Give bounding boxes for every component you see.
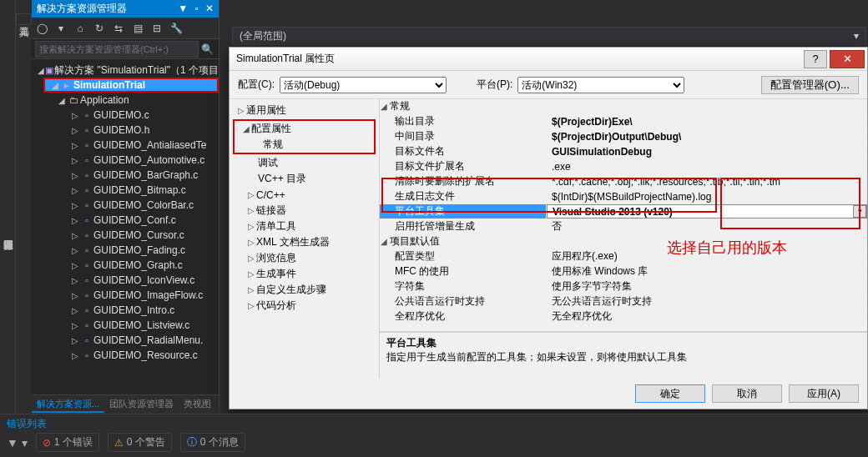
platform-select[interactable]: 活动(Win32) — [517, 77, 684, 93]
errors-tab[interactable]: ⊘1 个错误 — [36, 433, 99, 452]
row-charset[interactable]: 字符集使用多字节字符集 — [380, 279, 867, 294]
error-list-title: 错误列表 — [0, 414, 868, 433]
toolset-dropdown-icon[interactable]: ▾ — [853, 205, 866, 218]
file-GUIDEMO_ImageFlow-c[interactable]: ▷▫GUIDEMO_ImageFlow.c — [32, 288, 219, 303]
nav-build[interactable]: ▷生成事件 — [230, 266, 379, 282]
row-wpo[interactable]: 全程序优化无全程序优化 — [380, 309, 867, 324]
row-platform-toolset[interactable]: 平台工具集Visual Studio 2013 (v120)▾ — [380, 204, 867, 219]
pin-icon[interactable]: ▫ — [194, 0, 198, 18]
error-list-panel: 错误列表 ▼ ▾ ⊘1 个错误 ⚠0 个警告 ⓘ0 个消息 — [0, 414, 868, 457]
row-int-dir[interactable]: 中间目录$(ProjectDir)Output\Debug\ — [380, 129, 867, 144]
messages-tab[interactable]: ⓘ0 个消息 — [180, 433, 245, 452]
file-GUIDEMO_Bitmap-c[interactable]: ▷▫GUIDEMO_Bitmap.c — [32, 183, 219, 198]
nav-debug[interactable]: 调试 — [230, 155, 379, 171]
file-GUIDEMO_Conf-c[interactable]: ▷▫GUIDEMO_Conf.c — [32, 213, 219, 228]
nav-vcdir[interactable]: VC++ 目录 — [230, 171, 379, 187]
file-GUIDEMO_Graph-c[interactable]: ▷▫GUIDEMO_Graph.c — [32, 258, 219, 273]
solution-node[interactable]: ◢▣解决方案 "SimulationTrial"（1 个项目 — [32, 63, 219, 78]
config-manager-button[interactable]: 配置管理器(O)... — [761, 76, 859, 94]
file-GUIDEMO_Cursor-c[interactable]: ▷▫GUIDEMO_Cursor.c — [32, 228, 219, 243]
solution-title-text: 解决方案资源管理器 — [37, 0, 127, 18]
row-target-name[interactable]: 目标文件名GUISimulationDebug — [380, 144, 867, 159]
side-tab-toolbox[interactable]: 工具箱 — [16, 13, 32, 25]
tab-team[interactable]: 团队资源管理器 — [104, 395, 179, 413]
file-GUIDEMO_Automotive-c[interactable]: ▷▫GUIDEMO_Automotive.c — [32, 153, 219, 168]
file-GUIDEMO_Resource-c[interactable]: ▷▫GUIDEMO_Resource.c — [32, 348, 219, 363]
showall-icon[interactable]: ▤ — [131, 22, 144, 35]
row-managed-inc[interactable]: 启用托管增量生成否 — [380, 219, 867, 234]
file-GUIDEMO_RadialMenu-[interactable]: ▷▫GUIDEMO_RadialMenu. — [32, 333, 219, 348]
section-defaults[interactable]: ◢项目默认值 — [380, 234, 867, 249]
nav-config-props[interactable]: ◢配置属性 — [235, 121, 374, 137]
section-general[interactable]: ◢常规 — [380, 99, 867, 114]
nav-general[interactable]: 常规 — [235, 137, 374, 153]
file-GUIDEMO-c[interactable]: ▷▫GUIDEMO.c — [32, 108, 219, 123]
file-GUIDEMO_Listview-c[interactable]: ▷▫GUIDEMO_Listview.c — [32, 318, 219, 333]
file-GUIDEMO_Intro-c[interactable]: ▷▫GUIDEMO_Intro.c — [32, 303, 219, 318]
close-button[interactable]: ✕ — [830, 50, 865, 68]
dialog-title-text: SimulationTrial 属性页 — [236, 52, 335, 66]
nav-linker[interactable]: ▷链接器 — [230, 203, 379, 218]
tab-classview[interactable]: 类视图 — [179, 395, 216, 413]
file-GUIDEMO_ColorBar-c[interactable]: ▷▫GUIDEMO_ColorBar.c — [32, 198, 219, 213]
collapse-icon[interactable]: ⊟ — [150, 22, 164, 35]
back-icon[interactable]: ◯ — [35, 22, 48, 35]
nav-ccpp[interactable]: ▷C/C++ — [230, 187, 379, 203]
ok-button[interactable]: 确定 — [635, 384, 705, 403]
file-GUIDEMO_BarGraph-c[interactable]: ▷▫GUIDEMO_BarGraph.c — [32, 168, 219, 183]
property-nav: ▷通用属性 ◢配置属性 常规 调试 VC++ 目录 ▷C/C++ ▷链接器 ▷清… — [230, 99, 380, 379]
nav-custom[interactable]: ▷自定义生成步骤 — [230, 282, 379, 298]
scope-bar[interactable]: (全局范围) ▾ — [232, 27, 866, 45]
warnings-tab[interactable]: ⚠0 个警告 — [108, 433, 172, 452]
search-icon[interactable]: 🔍 — [199, 43, 215, 55]
project-node[interactable]: ◢▸SimulationTrial — [43, 78, 219, 93]
solution-tree: ◢▣解决方案 "SimulationTrial"（1 个项目 ◢▸Simulat… — [32, 59, 219, 394]
file-GUIDEMO_Fading-c[interactable]: ▷▫GUIDEMO_Fading.c — [32, 243, 219, 258]
refresh-icon[interactable]: ↻ — [93, 22, 106, 35]
property-pages-dialog: SimulationTrial 属性页 ? ✕ 配置(C): 活动(Debug)… — [229, 47, 868, 409]
row-config-type[interactable]: 配置类型应用程序(.exe) — [380, 249, 867, 264]
nav-browse[interactable]: ▷浏览信息 — [230, 250, 379, 266]
folder-application[interactable]: ◢🗀Application — [32, 93, 219, 108]
row-mfc[interactable]: MFC 的使用使用标准 Windows 库 — [380, 264, 867, 279]
nav-common[interactable]: ▷通用属性 — [230, 103, 379, 118]
file-GUIDEMO_IconView-c[interactable]: ▷▫GUIDEMO_IconView.c — [32, 273, 219, 288]
config-select[interactable]: 活动(Debug) — [280, 77, 447, 93]
platform-label: 平台(P): — [477, 78, 512, 92]
dropdown-icon[interactable]: ▼ — [178, 0, 188, 18]
cancel-button[interactable]: 取消 — [712, 384, 782, 403]
chevron-down-icon[interactable]: ▾ — [854, 30, 859, 42]
dialog-titlebar: SimulationTrial 属性页 ? ✕ — [230, 48, 867, 71]
home-icon[interactable]: ⌂ — [73, 22, 87, 35]
properties-icon[interactable]: 🔧 — [169, 22, 183, 35]
file-GUIDEMO_AntialiasedTe[interactable]: ▷▫GUIDEMO_AntialiasedTe — [32, 138, 219, 153]
solution-toolbar: ◯▾ ⌂ ↻ ⇆ ▤ ⊟ 🔧 — [32, 18, 219, 39]
annotation-text: 选择自己用的版本 — [667, 238, 787, 258]
row-output-dir[interactable]: 输出目录$(ProjectDir)Exe\ — [380, 114, 867, 129]
file-GUIDEMO-h[interactable]: ▷▫GUIDEMO.h — [32, 123, 219, 138]
row-target-ext[interactable]: 目标文件扩展名.exe — [380, 159, 867, 174]
nav-xmldoc[interactable]: ▷XML 文档生成器 — [230, 234, 379, 250]
side-tab-server[interactable]: 服务器资源管理器 — [0, 0, 16, 457]
close-icon[interactable]: ✕ — [205, 0, 214, 18]
row-clean-ext[interactable]: 清除时要删除的扩展名*.cdf;*.cache;*.obj;*.ilk;*.re… — [380, 174, 867, 189]
help-button[interactable]: ? — [804, 50, 827, 68]
property-grid: ◢常规 输出目录$(ProjectDir)Exe\ 中间目录$(ProjectD… — [380, 99, 867, 332]
filter-icon[interactable]: ▼ ▾ — [7, 436, 28, 449]
row-clr[interactable]: 公共语言运行时支持无公共语言运行时支持 — [380, 294, 867, 309]
desc-heading: 平台工具集 — [386, 336, 860, 350]
scope-label: (全局范围) — [240, 29, 286, 43]
property-description: 平台工具集 指定用于生成当前配置的工具集；如果未设置，则将使用默认工具集 — [380, 332, 867, 379]
solution-explorer: 解决方案资源管理器 ▼ ▫ ✕ ◯▾ ⌂ ↻ ⇆ ▤ ⊟ 🔧 🔍 ◢▣解决方案 … — [32, 0, 220, 413]
apply-button[interactable]: 应用(A) — [789, 384, 859, 403]
sync-icon[interactable]: ⇆ — [112, 22, 125, 35]
config-label: 配置(C): — [238, 78, 275, 92]
nav-manifest[interactable]: ▷清单工具 — [230, 218, 379, 234]
solution-explorer-title: 解决方案资源管理器 ▼ ▫ ✕ — [32, 0, 219, 18]
desc-text: 指定用于生成当前配置的工具集；如果未设置，则将使用默认工具集 — [386, 350, 860, 364]
nav-analysis[interactable]: ▷代码分析 — [230, 298, 379, 314]
row-log-file[interactable]: 生成日志文件$(IntDir)$(MSBuildProjectName).log — [380, 189, 867, 204]
search-input[interactable] — [35, 41, 199, 58]
tab-solution[interactable]: 解决方案资源... — [32, 395, 104, 413]
